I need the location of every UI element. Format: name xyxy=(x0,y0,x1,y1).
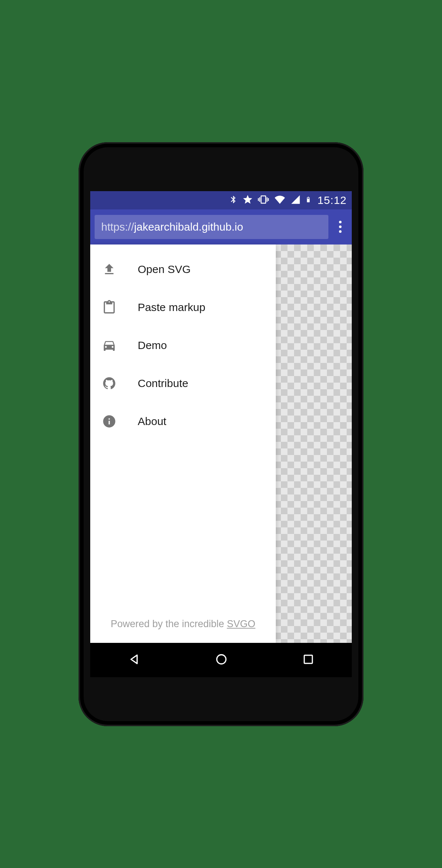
svg-rect-0 xyxy=(307,198,309,198)
menu-item-paste-markup[interactable]: Paste markup xyxy=(90,288,276,326)
drawer-footer: Powered by the incredible SVGO xyxy=(90,610,276,643)
star-icon xyxy=(242,194,253,206)
screen: 15:12 https://jakearchibald.github.io xyxy=(90,191,352,677)
bluetooth-icon xyxy=(229,194,238,207)
browser-toolbar: https://jakearchibald.github.io xyxy=(90,209,352,245)
car-icon xyxy=(101,337,117,353)
menu-item-about[interactable]: About xyxy=(90,402,276,440)
url-host: jakearchibald.github.io xyxy=(134,221,243,233)
vibrate-icon xyxy=(258,194,269,206)
nav-back-button[interactable] xyxy=(127,652,141,668)
status-time: 15:12 xyxy=(317,194,347,206)
menu-label: Open SVG xyxy=(138,263,191,276)
battery-icon xyxy=(305,194,312,206)
signal-icon xyxy=(290,194,301,206)
phone-frame: 15:12 https://jakearchibald.github.io xyxy=(79,142,363,726)
menu-label: Paste markup xyxy=(138,301,205,314)
menu-label: Demo xyxy=(138,339,167,352)
footer-text: Powered by the incredible xyxy=(111,618,227,629)
nav-drawer: Open SVG Paste markup De xyxy=(90,245,276,643)
footer-link-svgo[interactable]: SVGO xyxy=(227,618,255,629)
info-icon xyxy=(101,413,117,429)
menu-label: Contribute xyxy=(138,377,188,390)
menu-item-contribute[interactable]: Contribute xyxy=(90,364,276,402)
svg-point-1 xyxy=(217,655,226,664)
url-scheme: https:// xyxy=(101,221,134,233)
nav-recents-button[interactable] xyxy=(301,652,315,668)
clipboard-icon xyxy=(101,299,117,315)
menu-item-open-svg[interactable]: Open SVG xyxy=(90,250,276,288)
github-icon xyxy=(101,375,117,391)
url-bar[interactable]: https://jakearchibald.github.io xyxy=(95,215,328,239)
app-content: Open SVG Paste markup De xyxy=(90,245,352,643)
android-nav-bar xyxy=(90,643,352,677)
nav-home-button[interactable] xyxy=(214,652,229,668)
menu-label: About xyxy=(138,415,166,428)
status-bar: 15:12 xyxy=(90,191,352,209)
wifi-icon xyxy=(274,194,286,206)
overflow-menu-button[interactable] xyxy=(333,216,347,238)
menu-item-demo[interactable]: Demo xyxy=(90,326,276,364)
svg-rect-2 xyxy=(304,655,312,663)
upload-icon xyxy=(101,261,117,277)
nav-menu: Open SVG Paste markup De xyxy=(90,245,276,610)
